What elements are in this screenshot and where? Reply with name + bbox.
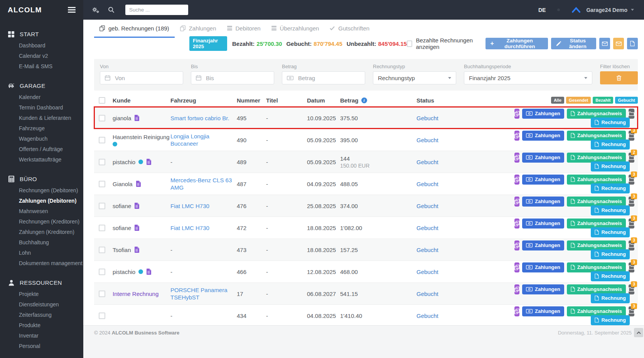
vehicle-link[interactable]: Fiat LMC H730 bbox=[170, 225, 209, 231]
column-titel[interactable]: Titel bbox=[263, 97, 304, 104]
status-link[interactable]: Gebucht bbox=[416, 247, 438, 253]
documents-folder-button[interactable] bbox=[629, 109, 634, 119]
status-link[interactable]: Gebucht bbox=[416, 225, 438, 231]
vehicle-link[interactable]: Fiat LMC H730 bbox=[170, 203, 209, 209]
column-status[interactable]: Status bbox=[413, 97, 514, 104]
show-paid-checkbox[interactable] bbox=[407, 40, 413, 47]
sidebar-item-lohn[interactable]: Lohn bbox=[0, 247, 83, 258]
payment-proof-button[interactable]: Zahlungsnachweis bbox=[567, 197, 626, 207]
documents-folder-button[interactable]: 2 bbox=[629, 153, 634, 163]
copy-invoice-button[interactable] bbox=[514, 109, 519, 119]
export-pdf-button[interactable] bbox=[627, 38, 638, 49]
amount-input[interactable] bbox=[297, 74, 360, 82]
vehicle-link[interactable]: PORSCHE Panamera TSEHybST bbox=[170, 287, 228, 301]
sidebar-item-calendar-v2[interactable]: Calendar v2 bbox=[0, 50, 83, 61]
search-icon[interactable] bbox=[108, 7, 115, 13]
row-checkbox[interactable] bbox=[99, 225, 105, 231]
vehicle-link[interactable]: Mercedes-Benz CLS 63 AMG bbox=[170, 177, 232, 191]
invoice-pdf-button[interactable]: Rechnung bbox=[591, 315, 630, 325]
settings-gears-icon[interactable] bbox=[92, 7, 99, 13]
menu-toggle-icon[interactable] bbox=[68, 6, 76, 14]
copy-invoice-button[interactable] bbox=[514, 306, 519, 316]
status-link[interactable]: Gebucht bbox=[416, 137, 438, 143]
documents-folder-button[interactable]: 3 bbox=[629, 131, 634, 141]
row-checkbox[interactable] bbox=[99, 313, 105, 319]
documents-folder-button[interactable]: 3 bbox=[629, 284, 634, 294]
payment-proof-button[interactable]: Zahlungsnachweis bbox=[567, 218, 626, 229]
clear-filter-button[interactable] bbox=[600, 71, 638, 84]
account-menu[interactable]: Garage24 Demo bbox=[586, 7, 634, 13]
copy-invoice-button[interactable] bbox=[514, 262, 519, 272]
column-kunde[interactable]: Kunde bbox=[110, 97, 167, 104]
scroll-to-top-button[interactable] bbox=[634, 328, 643, 337]
sidebar-item-produkte[interactable]: Produkte bbox=[0, 320, 83, 330]
sidebar-item-zeiterfassung[interactable]: Zeiterfassung bbox=[0, 309, 83, 320]
payment-proof-button[interactable]: Zahlungsnachweis bbox=[567, 153, 626, 163]
customer-name[interactable]: Hauenstein Reinigung bbox=[113, 134, 170, 140]
invoice-pdf-button[interactable]: Rechnung bbox=[591, 183, 630, 193]
payments-button[interactable]: Zahlungen bbox=[522, 218, 564, 229]
row-checkbox[interactable] bbox=[99, 291, 105, 297]
tab-debitoren[interactable]: Debitoren bbox=[222, 20, 266, 38]
column-nummer[interactable]: Nummer bbox=[234, 97, 263, 104]
payments-button[interactable]: Zahlungen bbox=[522, 175, 564, 185]
copy-invoice-button[interactable] bbox=[514, 153, 519, 163]
payment-proof-button[interactable]: Zahlungsnachweis bbox=[567, 306, 626, 316]
note-document-icon[interactable] bbox=[136, 181, 141, 187]
invoice-pdf-button[interactable]: Rechnung bbox=[591, 227, 630, 237]
sidebar-item-buchhaltung[interactable]: Buchhaltung bbox=[0, 237, 83, 247]
row-checkbox[interactable] bbox=[99, 247, 105, 253]
payments-button[interactable]: Zahlungen bbox=[522, 240, 564, 250]
row-checkbox[interactable] bbox=[99, 269, 105, 275]
invoice-pdf-button[interactable]: Rechnung bbox=[591, 161, 630, 171]
show-paid-invoices-toggle[interactable]: Bezahlte Rechnungen anzeigen bbox=[407, 37, 482, 50]
customer-name[interactable]: gianola bbox=[113, 115, 131, 121]
date-from-input[interactable] bbox=[114, 74, 178, 82]
sidebar-item-kunden-lieferanten[interactable]: Kunden & Lieferanten bbox=[0, 113, 83, 123]
date-from-field[interactable] bbox=[100, 71, 183, 84]
sidebar-section-header[interactable]: START bbox=[0, 28, 83, 40]
note-document-icon[interactable] bbox=[134, 225, 139, 231]
payment-proof-button[interactable]: Zahlungsnachweis bbox=[567, 284, 626, 294]
sidebar-item-rechnungen-kreditoren-[interactable]: Rechnungen (Kreditoren) bbox=[0, 216, 83, 227]
note-document-icon[interactable] bbox=[134, 203, 139, 209]
tab-zahlungen[interactable]: Zahlungen bbox=[175, 20, 222, 38]
payments-button[interactable]: Zahlungen bbox=[522, 109, 564, 119]
payment-proof-button[interactable]: Zahlungsnachweis bbox=[567, 262, 626, 272]
sidebar-item-offerten-auftr-ge[interactable]: Offerten / Aufträge bbox=[0, 144, 83, 154]
date-to-input[interactable] bbox=[205, 74, 269, 82]
tab-geb-rechnungen-189-[interactable]: geb. Rechnungen (189) bbox=[94, 20, 175, 38]
status-link[interactable]: Gebucht bbox=[416, 203, 438, 209]
sidebar-item-kalender[interactable]: Kalender bbox=[0, 92, 83, 102]
legend-badge-bezahlt[interactable]: Bezahlt bbox=[593, 97, 613, 104]
documents-folder-button[interactable]: 3 bbox=[629, 175, 634, 185]
send-reminder-email-button[interactable] bbox=[613, 38, 624, 49]
legend-badge-alle[interactable]: Alle bbox=[551, 97, 564, 104]
amount-field[interactable] bbox=[282, 71, 365, 84]
documents-folder-button[interactable]: 3 bbox=[629, 218, 634, 229]
search-input[interactable] bbox=[125, 5, 188, 15]
note-document-icon[interactable] bbox=[134, 115, 139, 121]
status-link[interactable]: Gebucht bbox=[416, 115, 438, 121]
sidebar-item-rechnungen-debitoren-[interactable]: Rechnungen (Debitoren) bbox=[0, 185, 83, 195]
sidebar-item-dienstleistungen[interactable]: Dienstleistungen bbox=[0, 299, 83, 309]
invoice-pdf-button[interactable]: Rechnung bbox=[591, 293, 630, 303]
sidebar-item-inventar[interactable]: Inventar bbox=[0, 330, 83, 341]
sidebar-item-wagenbuch[interactable]: Wagenbuch bbox=[0, 133, 83, 144]
invoice-pdf-button[interactable]: Rechnung bbox=[591, 249, 630, 259]
sidebar-item-e-mail-sms[interactable]: E-Mail & SMS bbox=[0, 61, 83, 71]
sidebar-item-mahnwesen[interactable]: Mahnwesen bbox=[0, 206, 83, 216]
customer-name[interactable]: sofiane bbox=[113, 203, 131, 209]
sidebar-item-dashboard[interactable]: Dashboard bbox=[0, 40, 83, 50]
copy-invoice-button[interactable] bbox=[514, 218, 519, 229]
sidebar-item-zahlungen-debitoren-[interactable]: Zahlungen (Debitoren) bbox=[0, 195, 83, 206]
note-document-icon[interactable] bbox=[146, 269, 151, 275]
payment-proof-button[interactable]: Zahlungsnachweis bbox=[567, 109, 626, 119]
row-checkbox[interactable] bbox=[99, 181, 105, 187]
select-all-checkbox[interactable] bbox=[99, 97, 105, 104]
invoice-pdf-button[interactable]: Rechnung bbox=[591, 118, 630, 128]
documents-folder-button[interactable]: 3 bbox=[629, 240, 634, 250]
sidebar-section-header[interactable]: RESSOURCEN bbox=[0, 277, 83, 289]
payments-button[interactable]: Zahlungen bbox=[522, 197, 564, 207]
invoice-pdf-button[interactable]: Rechnung bbox=[591, 271, 630, 281]
